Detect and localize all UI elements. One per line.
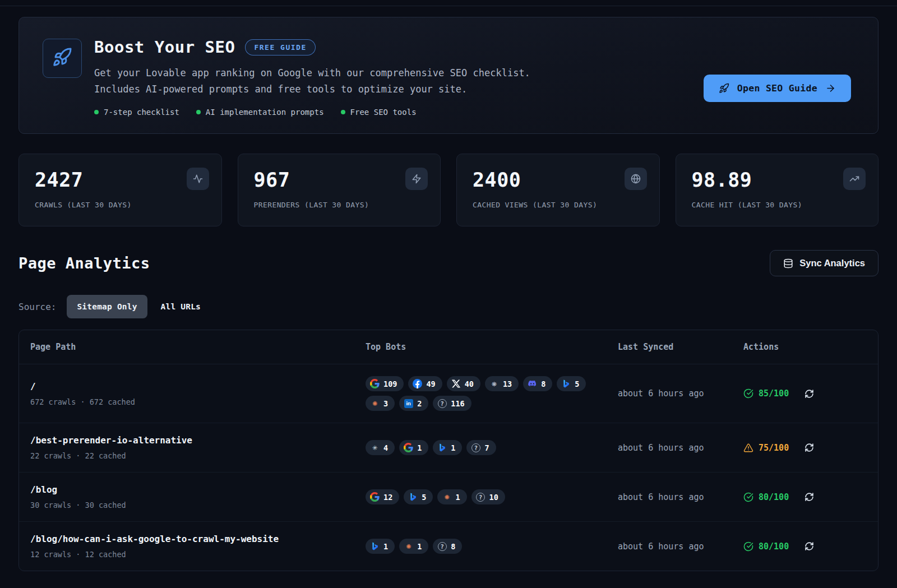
- bing-icon: [561, 379, 571, 388]
- sync-analytics-button[interactable]: Sync Analytics: [770, 250, 878, 276]
- seo-score: 80/100: [743, 492, 789, 502]
- bot-chips: 1094940❋1385✺3in2?116: [366, 376, 613, 411]
- bullet-dot-icon: [341, 110, 345, 114]
- bot-chip-discord: 8: [523, 376, 552, 391]
- trending-up-icon: [843, 168, 866, 190]
- unknown-icon: ?: [471, 443, 480, 452]
- score-value: 75/100: [759, 443, 789, 453]
- refresh-button[interactable]: [804, 443, 814, 452]
- source-option-sitemap-only[interactable]: Sitemap Only: [67, 295, 147, 318]
- crawl-meta: 30 crawls · 30 cached: [30, 501, 366, 510]
- linkedin-icon: in: [404, 399, 413, 408]
- bot-chip-facebook: 49: [408, 376, 442, 391]
- page-analytics-title: Page Analytics: [19, 254, 150, 272]
- activity-icon: [187, 168, 209, 190]
- page-path[interactable]: /: [30, 381, 366, 392]
- actions-cell: 80/100: [743, 492, 867, 502]
- bot-chip-anthropic: ✺3: [366, 396, 395, 411]
- banner-features: 7-step checklistAI implementation prompt…: [94, 108, 691, 117]
- x-icon: [451, 379, 461, 388]
- page-path[interactable]: /blog: [30, 484, 366, 495]
- stat-cards: 2427CRAWLS (LAST 30 DAYS)967PRERENDERS (…: [19, 154, 878, 226]
- header-top-bots: Top Bots: [366, 342, 618, 352]
- bot-chip-google: 1: [399, 440, 428, 455]
- google-icon: [370, 492, 380, 502]
- refresh-button[interactable]: [804, 492, 814, 502]
- bot-chips: 125✺1?10: [366, 489, 613, 504]
- facebook-icon: [413, 379, 422, 388]
- bot-count: 12: [383, 493, 392, 502]
- refresh-button[interactable]: [804, 541, 814, 551]
- bot-count: 8: [541, 379, 545, 388]
- anthropic-icon: ✺: [370, 399, 380, 408]
- bot-count: 13: [503, 379, 512, 388]
- stat-label: CRAWLS (LAST 30 DAYS): [35, 201, 206, 209]
- unknown-icon: ?: [437, 399, 447, 408]
- bot-count: 1: [417, 443, 422, 452]
- bot-count: 8: [451, 542, 455, 551]
- stat-value: 967: [254, 169, 425, 191]
- last-synced: about 6 hours ago: [618, 388, 743, 399]
- database-icon: [783, 258, 793, 268]
- bot-chip-linkedin: in2: [399, 396, 428, 411]
- cta-label: Open SEO Guide: [737, 83, 817, 94]
- seo-score: 75/100: [743, 443, 789, 453]
- stat-value: 98.89: [692, 169, 863, 191]
- bot-chip-bing: 5: [404, 489, 433, 504]
- open-seo-guide-button[interactable]: Open SEO Guide: [704, 75, 851, 102]
- sync-analytics-label: Sync Analytics: [799, 258, 865, 268]
- stat-label: CACHED VIEWS (LAST 30 DAYS): [473, 201, 644, 209]
- unknown-icon: ?: [437, 541, 447, 551]
- bot-chip-anthropic: ✺1: [399, 539, 428, 554]
- actions-cell: 75/100: [743, 443, 867, 453]
- bot-count: 116: [451, 399, 464, 408]
- bullet-dot-icon: [94, 110, 99, 114]
- page-path[interactable]: /best-prerender-io-alternative: [30, 435, 366, 446]
- stat-card: 2400CACHED VIEWS (LAST 30 DAYS): [456, 154, 660, 226]
- bot-count: 7: [484, 443, 489, 452]
- banner-body: Boost Your SEO FREE GUIDE Get your Lovab…: [94, 35, 691, 117]
- rocket-icon: [52, 47, 72, 70]
- zap-icon: [405, 168, 428, 190]
- last-synced: about 6 hours ago: [618, 492, 743, 502]
- bot-chip-unknown: ?116: [433, 396, 471, 411]
- source-label: Source:: [19, 302, 56, 312]
- page-path-cell: /best-prerender-io-alternative22 crawls …: [30, 435, 366, 460]
- feature-label: AI implementation prompts: [206, 108, 324, 117]
- source-toggle: Sitemap OnlyAll URLs: [67, 295, 211, 318]
- bot-chip-bing: 5: [557, 376, 586, 391]
- bot-count: 49: [426, 379, 435, 388]
- anthropic-icon: ✺: [442, 492, 451, 502]
- bot-chips: ✳411?7: [366, 440, 613, 455]
- page-path[interactable]: /blog/how-can-i-ask-google-to-crawl-my-w…: [30, 534, 366, 544]
- bot-count: 1: [383, 542, 388, 551]
- bot-chip-bing: 1: [433, 440, 462, 455]
- refresh-button[interactable]: [804, 389, 814, 399]
- crawl-meta: 22 crawls · 22 cached: [30, 451, 366, 460]
- feature-label: Free SEO tools: [350, 108, 417, 117]
- header-page-path: Page Path: [30, 342, 366, 352]
- table-row: /672 crawls · 672 cached1094940❋1385✺3in…: [19, 364, 878, 423]
- source-option-all-urls[interactable]: All URLs: [151, 295, 211, 318]
- globe-icon: [625, 168, 647, 190]
- actions-cell: 85/100: [743, 388, 867, 399]
- header-actions: Actions: [743, 342, 867, 352]
- page-path-cell: /blog30 crawls · 30 cached: [30, 484, 366, 510]
- bot-count: 1: [417, 542, 422, 551]
- bot-chip-x: 40: [447, 376, 480, 391]
- last-synced: about 6 hours ago: [618, 443, 743, 453]
- score-value: 80/100: [759, 541, 789, 552]
- bot-count: 1: [451, 443, 455, 452]
- bot-chip-openai: ❋13: [485, 376, 519, 391]
- bot-count: 5: [422, 493, 426, 502]
- banner-description: Get your Lovable app ranking on Google w…: [94, 65, 560, 98]
- google-icon: [370, 379, 380, 388]
- page-path-cell: /672 crawls · 672 cached: [30, 381, 366, 406]
- score-value: 80/100: [759, 492, 789, 502]
- feature-label: 7-step checklist: [104, 108, 179, 117]
- table-row: /best-prerender-io-alternative22 crawls …: [19, 423, 878, 472]
- bot-count: 1: [455, 493, 460, 502]
- check-circle-icon: [743, 388, 753, 399]
- table-header-row: Page Path Top Bots Last Synced Actions: [19, 330, 878, 364]
- feature-item: 7-step checklist: [94, 108, 179, 117]
